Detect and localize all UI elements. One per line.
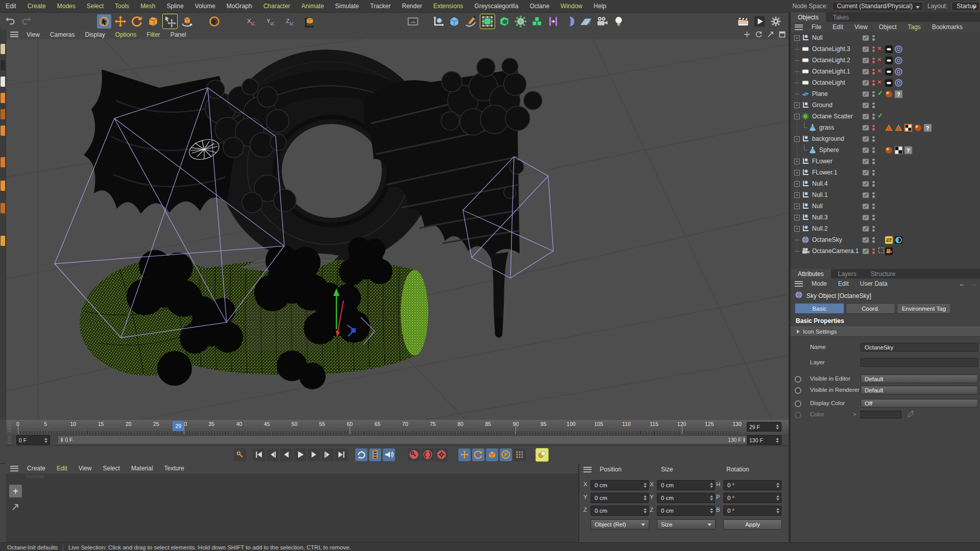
tag-half-icon[interactable] [894,236,903,244]
expand-icon[interactable]: + [794,212,801,223]
object-row-plane[interactable]: Plane✓? [791,88,980,99]
menu-modes[interactable]: Modes [52,3,81,10]
visibility-dots[interactable] [872,114,875,119]
visibility-dots[interactable] [872,69,875,74]
render-play-button[interactable] [752,14,767,29]
viewport-menu-options[interactable]: Options [110,31,141,38]
object-row-sphere[interactable]: Sphere? [791,144,980,156]
layout-dropdown[interactable]: Startup [951,2,980,11]
history-forward-icon[interactable]: → [970,280,977,288]
live-selection-button[interactable] [97,14,111,29]
vp-maximize-icon[interactable] [778,30,787,39]
om-menu-tags[interactable]: Tags [902,23,926,31]
visibility-dots[interactable] [872,35,875,41]
object-name[interactable]: Null.4 [812,180,828,187]
palette-icon-fragment[interactable] [1,181,5,191]
keyframe-toggle[interactable] [795,400,801,407]
om-menu-object[interactable]: Object [873,23,902,31]
expand-icon[interactable]: + [794,32,801,43]
palette-icon-fragment[interactable] [1,126,5,136]
object-row-null-3[interactable]: +Null.3 [791,212,980,223]
material-menu-edit[interactable]: Edit [51,465,73,472]
field-tool-button[interactable] [562,14,577,29]
attr-menu-user-data[interactable]: User Data [854,280,893,287]
current-frame-marker[interactable]: 29 [173,421,184,431]
om-menu-view[interactable]: View [849,23,873,31]
tag-target-icon[interactable] [894,56,903,65]
expand-icon[interactable]: + [794,189,801,201]
range-max-spinner[interactable]: 130 F [747,435,781,445]
history-back-icon[interactable]: ← [959,280,965,288]
autokey-button[interactable] [422,448,434,461]
tab-layers[interactable]: Layers [831,269,864,279]
layer-pencil-icon[interactable] [862,214,870,221]
range-min-spinner[interactable]: 0 F [16,435,50,445]
attr-menu-edit[interactable]: Edit [832,280,854,287]
menu-volume[interactable]: Volume [189,3,221,10]
expand-icon[interactable]: + [794,223,801,234]
object-name[interactable]: OctaneLight.2 [812,57,850,64]
object-row-grass[interactable]: grass? [791,122,980,133]
keyframe-settings-button[interactable] [435,448,448,461]
object-name[interactable]: grass [819,124,834,131]
tag-camera-icon[interactable] [885,247,893,256]
next-frame-button[interactable] [308,448,320,461]
prev-key-button[interactable] [266,448,279,461]
object-name[interactable]: Null.3 [812,214,828,221]
coord-cube-button[interactable] [302,14,316,29]
layer-pencil-icon[interactable] [862,180,870,188]
active-move-button[interactable] [162,14,178,29]
object-name[interactable]: Null [812,34,823,41]
menu-edit[interactable]: Edit [0,3,22,10]
null-tool-button[interactable] [431,14,445,29]
visibility-dots[interactable] [872,248,875,254]
add-material-button[interactable]: + [9,485,22,497]
section-tab-environment-tag[interactable]: Environment Tag [897,303,951,314]
layer-pencil-icon[interactable] [862,169,870,177]
undo-button[interactable] [3,14,17,29]
menu-mograph[interactable]: MoGraph [221,3,258,10]
viewport-hamburger-icon[interactable] [10,32,18,37]
viewport-menu-view[interactable]: View [21,31,45,38]
object-name[interactable]: FLower [812,158,832,165]
rotation-h-field[interactable]: 0 ° [723,480,781,490]
tag-swap-icon[interactable] [885,236,893,244]
palette-icon-fragment[interactable] [1,93,5,103]
expand-icon[interactable]: + [794,99,801,111]
tag-question-icon[interactable]: ? [923,123,932,132]
visibility-dots[interactable] [872,181,875,187]
tab-takes[interactable]: Takes [826,12,856,22]
layer-pencil-icon[interactable] [862,57,870,64]
z-lock-button[interactable]: Z [283,14,297,29]
object-name[interactable]: OctaneCamera.1 [812,247,859,255]
tag-question-icon[interactable]: ? [894,90,903,98]
palette-icon-fragment[interactable] [1,44,5,54]
menu-character[interactable]: Character [258,3,296,10]
visibility-dots[interactable] [872,91,875,97]
disabled-cross-icon[interactable]: × [877,56,881,63]
coordinate-system-dropdown[interactable]: Object (Rel) [591,519,649,530]
menu-mesh[interactable]: Mesh [135,3,161,10]
visibility-dots[interactable] [872,215,875,220]
layer-pencil-icon[interactable] [862,79,870,87]
icon-settings-group[interactable]: Icon Settings [791,327,980,337]
tag-target-icon[interactable] [894,45,903,54]
object-name[interactable]: Sphere [819,146,839,154]
menu-octane[interactable]: Octane [524,3,555,10]
om-menu-bookmarks[interactable]: Bookmarks [926,23,968,31]
object-name[interactable]: OctaneLight [812,79,845,86]
visibility-dots[interactable] [872,147,875,153]
object-row-octane-scatter[interactable]: −Octane Scatter✓ [791,111,980,122]
layer-pencil-icon[interactable] [862,34,870,42]
display-color-dropdown[interactable]: Off [861,399,978,408]
object-row-flower[interactable]: +FLower [791,156,980,167]
viewport-menu-display[interactable]: Display [80,31,110,38]
vp-zoom-icon[interactable] [766,30,775,39]
object-row-octanelight-2[interactable]: OctaneLight.2× [791,55,980,66]
material-manager-area[interactable]: + [6,473,578,542]
rotation-p-field[interactable]: 0 ° [723,493,781,503]
eyedropper-icon[interactable] [907,410,915,418]
timeline-ruler[interactable]: 0510152025303540455055606570758085909510… [6,420,789,435]
menu-tools[interactable]: Tools [109,3,135,10]
next-key-button[interactable] [322,448,334,461]
